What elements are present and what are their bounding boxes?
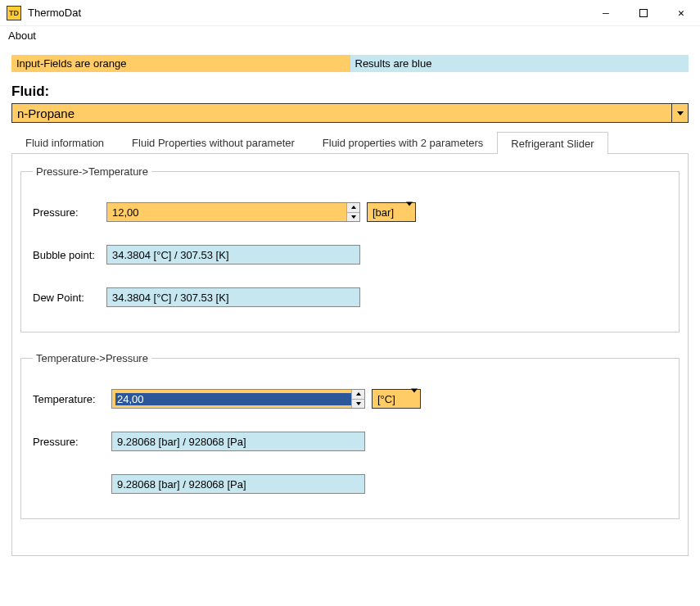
chevron-down-icon xyxy=(406,202,413,219)
legend-input: Input-Fields are orange xyxy=(11,55,350,72)
select-pressure-unit[interactable]: [bar] xyxy=(367,202,416,222)
input-temperature-value: 24,00 xyxy=(115,393,351,405)
chevron-down-icon xyxy=(356,402,361,405)
maximize-button[interactable] xyxy=(625,0,662,26)
chevron-up-icon xyxy=(356,392,361,396)
legend-result: Results are blue xyxy=(350,55,689,72)
legend-banner: Input-Fields are orange Results are blue xyxy=(11,55,689,72)
fluid-dropdown-button[interactable] xyxy=(671,104,688,122)
temperature-step-down[interactable] xyxy=(352,400,364,409)
result-dew-point: 34.3804 [°C] / 307.53 [K] xyxy=(106,287,360,307)
tab-refrigerant-slider[interactable]: Refrigerant Slider xyxy=(497,132,607,154)
fluid-select-value: n-Propane xyxy=(17,106,75,120)
menu-about[interactable]: About xyxy=(8,29,36,42)
temperature-step-up[interactable] xyxy=(352,390,364,400)
tab-strip: Fluid information Fluid Properties witho… xyxy=(11,131,689,154)
app-icon: TD xyxy=(7,6,21,20)
label-bubble-point: Bubble point: xyxy=(33,249,106,261)
input-temperature[interactable]: 24,00 xyxy=(111,389,365,409)
tab-body: Pressure->Temperature Pressure: 12,00 [b… xyxy=(11,154,689,556)
minimize-button[interactable]: — xyxy=(587,0,625,26)
group-pt-legend: Pressure->Temperature xyxy=(33,165,151,178)
menubar: About xyxy=(0,26,700,48)
pressure-unit-value: [bar] xyxy=(373,206,394,219)
chevron-down-icon xyxy=(677,111,684,115)
group-temp-to-pressure: Temperature->Pressure Temperature: 24,00… xyxy=(20,352,680,519)
temperature-unit-value: [°C] xyxy=(377,393,395,405)
group-pressure-to-temp: Pressure->Temperature Pressure: 12,00 [b… xyxy=(20,165,680,332)
chevron-up-icon xyxy=(351,206,356,209)
result-tp-pressure-1: 9.28068 [bar] / 928068 [Pa] xyxy=(111,432,365,451)
tab-fluid-information[interactable]: Fluid information xyxy=(11,131,118,153)
chevron-down-icon xyxy=(351,215,356,219)
group-tp-legend: Temperature->Pressure xyxy=(33,352,151,364)
tab-properties-2-param[interactable]: Fluid properties with 2 parameters xyxy=(309,131,498,153)
label-temperature: Temperature: xyxy=(33,393,111,405)
close-button[interactable]: ✕ xyxy=(662,0,700,26)
pressure-step-up[interactable] xyxy=(347,203,359,213)
label-tp-pressure: Pressure: xyxy=(33,436,111,448)
select-temperature-unit[interactable]: [°C] xyxy=(372,389,421,409)
window-title: ThermoDat xyxy=(28,7,587,19)
result-tp-pressure-2: 9.28068 [bar] / 928068 [Pa] xyxy=(111,474,365,494)
input-pressure[interactable]: 12,00 xyxy=(106,202,360,222)
titlebar: TD ThermoDat — ✕ xyxy=(0,0,700,26)
label-pressure: Pressure: xyxy=(33,206,106,219)
fluid-select[interactable]: n-Propane xyxy=(11,103,689,123)
chevron-down-icon xyxy=(411,389,418,405)
maximize-icon xyxy=(639,9,648,17)
pressure-step-down[interactable] xyxy=(347,213,359,222)
input-pressure-value: 12,00 xyxy=(107,206,346,219)
fluid-label: Fluid: xyxy=(11,84,689,100)
result-bubble-point: 34.3804 [°C] / 307.53 [K] xyxy=(106,245,360,265)
tab-properties-no-param[interactable]: Fluid Properties without parameter xyxy=(118,131,309,153)
label-dew-point: Dew Point: xyxy=(33,292,106,304)
